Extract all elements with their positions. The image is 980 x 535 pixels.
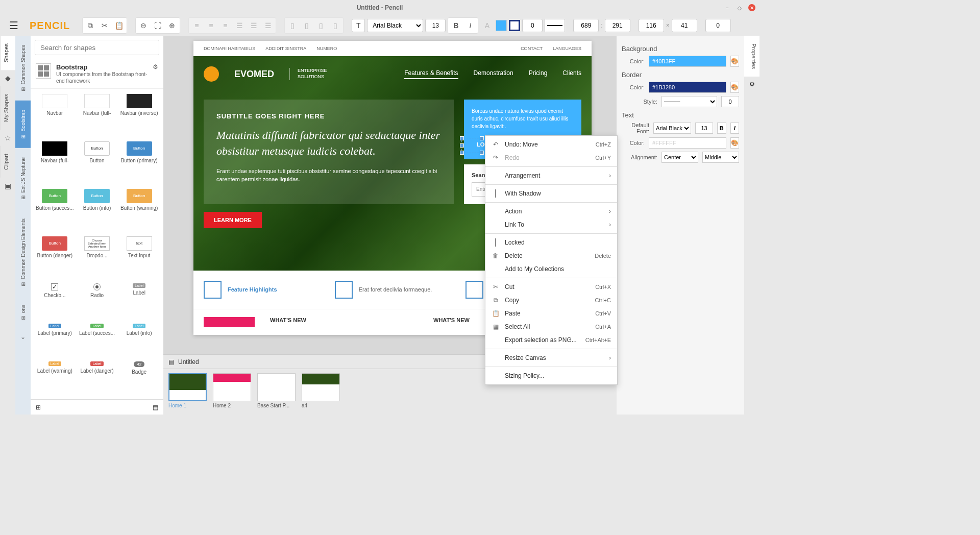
shape-dropdown[interactable]: ChooseSelected ItemAnother ItemDropdo... bbox=[78, 236, 116, 278]
text-tool-icon[interactable]: T bbox=[352, 19, 365, 32]
font-size-input[interactable] bbox=[425, 19, 446, 32]
shape-button-warning[interactable]: ButtonButton (warning) bbox=[120, 189, 158, 230]
color-picker-icon[interactable]: 🎨 bbox=[730, 137, 739, 149]
italic-button[interactable]: I bbox=[730, 123, 739, 134]
ctx-resize-canvas[interactable]: Resize Canvas› bbox=[485, 351, 617, 364]
shape-label-danger[interactable]: LabelLabel (danger) bbox=[78, 361, 116, 394]
font-size-input[interactable] bbox=[695, 123, 713, 134]
menu-icon[interactable]: ☰ bbox=[5, 19, 22, 32]
border-style-select[interactable]: ──── bbox=[662, 96, 717, 107]
ctx-export-png[interactable]: Export selection as PNG...Ctrl+Alt+E bbox=[485, 333, 617, 347]
shape-label-success[interactable]: LabelLabel (succes... bbox=[78, 324, 116, 355]
h-input[interactable] bbox=[672, 19, 697, 32]
ctx-copy[interactable]: ⧉CopyCtrl+C bbox=[485, 294, 617, 307]
shape-radio[interactable]: Radio bbox=[78, 283, 116, 318]
text-color-input[interactable] bbox=[649, 137, 726, 149]
ctx-locked[interactable]: Locked bbox=[485, 236, 617, 249]
dist-h-icon[interactable]: ▯ bbox=[286, 19, 299, 32]
x-input[interactable] bbox=[573, 19, 599, 32]
align-center-icon[interactable]: ≡ bbox=[204, 19, 217, 32]
align-h-select[interactable]: Center bbox=[662, 152, 698, 163]
thumb-base-start[interactable]: Base Start P... bbox=[257, 373, 296, 410]
shape-search-input[interactable] bbox=[35, 40, 159, 55]
cat-common-design[interactable]: ⊞Common Design Elements bbox=[15, 209, 31, 296]
tab-properties[interactable]: Properties bbox=[744, 36, 760, 77]
shape-label-warning[interactable]: LabelLabel (warning) bbox=[36, 361, 74, 394]
shape-button-success[interactable]: ButtonButton (succes... bbox=[36, 189, 74, 230]
dist-v-icon[interactable]: ▯ bbox=[300, 19, 313, 32]
border-width-input[interactable] bbox=[522, 19, 543, 32]
bold-button[interactable]: B bbox=[717, 123, 726, 134]
ctx-redo[interactable]: ↷RedoCtrl+Y bbox=[485, 151, 617, 164]
rotation-input[interactable] bbox=[705, 19, 731, 32]
border-color-input[interactable] bbox=[649, 82, 726, 93]
shape-badge[interactable]: 42Badge bbox=[120, 361, 158, 394]
stroke-color-swatch[interactable] bbox=[509, 20, 520, 31]
font-select[interactable]: Arial Black bbox=[367, 19, 423, 32]
shape-navbar-inv-full[interactable]: Navbar (full- bbox=[36, 141, 74, 183]
align-right-icon[interactable]: ≡ bbox=[218, 19, 232, 32]
line-style-select[interactable] bbox=[545, 19, 565, 32]
color-picker-icon[interactable]: 🎨 bbox=[730, 82, 739, 93]
bold-icon[interactable]: B bbox=[449, 19, 462, 32]
ctx-undo[interactable]: ↶Undo: MoveCtrl+Z bbox=[485, 138, 617, 151]
text-color-icon[interactable]: A bbox=[480, 19, 494, 32]
same-h-icon[interactable]: ▯ bbox=[329, 19, 342, 32]
same-w-icon[interactable]: ▯ bbox=[314, 19, 328, 32]
ctx-action[interactable]: Action› bbox=[485, 205, 617, 218]
cat-more-icon[interactable]: ⌄ bbox=[15, 329, 31, 345]
zoom-out-icon[interactable]: ⊖ bbox=[137, 19, 150, 32]
font-select[interactable]: Arial Black bbox=[653, 123, 691, 134]
ctx-cut[interactable]: ✂CutCtrl+X bbox=[485, 280, 617, 294]
ctx-arrangement[interactable]: Arrangement› bbox=[485, 169, 617, 182]
align-left-icon[interactable]: ≡ bbox=[190, 19, 203, 32]
shape-button-danger[interactable]: ButtonButton (danger) bbox=[36, 236, 74, 278]
fill-color-swatch[interactable] bbox=[496, 20, 507, 31]
y-input[interactable] bbox=[605, 19, 630, 32]
ctx-link-to[interactable]: Link To› bbox=[485, 218, 617, 231]
cat-icons[interactable]: ⊞ons bbox=[15, 296, 31, 329]
shape-navbar[interactable]: Navbar bbox=[36, 94, 74, 135]
tab-clipart[interactable]: Clipart bbox=[0, 146, 15, 178]
shape-text-input[interactable]: textText Input bbox=[120, 236, 158, 278]
gear-icon[interactable]: ⚙ bbox=[153, 63, 158, 70]
shape-label-primary[interactable]: LabelLabel (primary) bbox=[36, 324, 74, 355]
bg-color-input[interactable] bbox=[649, 56, 726, 67]
align-top-icon[interactable]: ☰ bbox=[233, 19, 246, 32]
maximize-icon[interactable]: ◇ bbox=[736, 4, 743, 11]
shape-navbar-inverse[interactable]: Navbar (inverse) bbox=[120, 94, 158, 135]
zoom-fit-icon[interactable]: ⛶ bbox=[151, 19, 164, 32]
shape-button-info[interactable]: ButtonButton (info) bbox=[78, 189, 116, 230]
align-bottom-icon[interactable]: ☰ bbox=[261, 19, 275, 32]
w-input[interactable] bbox=[639, 19, 664, 32]
ctx-sizing-policy[interactable]: Sizing Policy... bbox=[485, 369, 617, 382]
grid-view-icon[interactable]: ⊞ bbox=[36, 404, 41, 411]
ctx-select-all[interactable]: ▦Select AllCtrl+A bbox=[485, 320, 617, 333]
ctx-with-shadow[interactable]: With Shadow bbox=[485, 187, 617, 200]
color-picker-icon[interactable]: 🎨 bbox=[730, 56, 739, 67]
doc-tab[interactable]: Untitled bbox=[178, 358, 199, 366]
thumb-a4[interactable]: a4 bbox=[302, 373, 340, 410]
close-icon[interactable]: ✕ bbox=[748, 4, 755, 11]
cat-bootstrap[interactable]: ⊞Bootstrap bbox=[15, 101, 31, 148]
shape-navbar-full[interactable]: Navbar (full- bbox=[78, 94, 116, 135]
align-middle-icon[interactable]: ☰ bbox=[247, 19, 260, 32]
tab-shapes[interactable]: Shapes bbox=[0, 36, 15, 70]
align-v-select[interactable]: Middle bbox=[702, 152, 739, 163]
italic-icon[interactable]: I bbox=[463, 19, 477, 32]
cut-icon[interactable]: ✂ bbox=[98, 19, 111, 32]
thumb-home1[interactable]: Home 1 bbox=[168, 373, 207, 410]
shape-button[interactable]: ButtonButton bbox=[78, 141, 116, 183]
shape-label[interactable]: LabelLabel bbox=[120, 283, 158, 318]
shape-label-info[interactable]: LabelLabel (info) bbox=[120, 324, 158, 355]
shape-checkbox[interactable]: ✓Checkb... bbox=[36, 283, 74, 318]
border-width-input[interactable] bbox=[721, 96, 739, 107]
shape-button-primary[interactable]: ButtonButton (primary) bbox=[120, 141, 158, 183]
copy-icon[interactable]: ⧉ bbox=[84, 19, 97, 32]
paste-icon[interactable]: 📋 bbox=[112, 19, 126, 32]
tab-my-shapes[interactable]: My Shapes bbox=[0, 86, 15, 130]
ctx-delete[interactable]: 🗑DeleteDelete bbox=[485, 249, 617, 262]
minimize-icon[interactable]: − bbox=[724, 4, 731, 11]
cat-ext-neptune[interactable]: ⊞Ext JS Neptune bbox=[15, 148, 31, 209]
cat-common-shapes[interactable]: ⊞Common Shapes bbox=[15, 36, 31, 101]
